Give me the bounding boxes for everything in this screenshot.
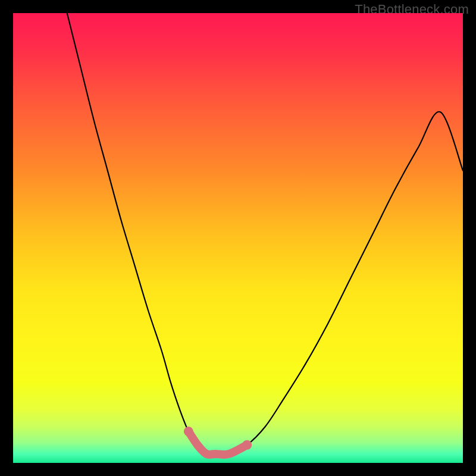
bottleneck-chart (13, 13, 463, 463)
gradient-background (13, 13, 463, 463)
plot-area (13, 13, 463, 463)
chart-frame: TheBottleneck.com (0, 0, 476, 476)
highlight-dot (242, 440, 252, 450)
highlight-dot (184, 427, 193, 436)
